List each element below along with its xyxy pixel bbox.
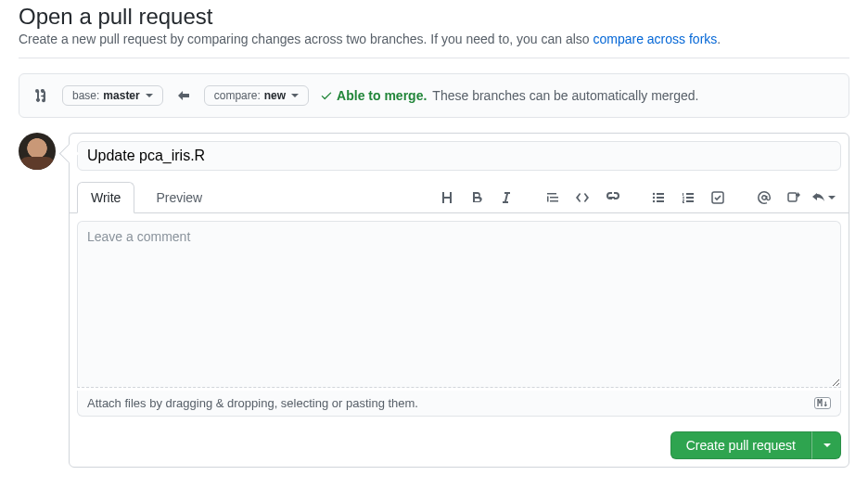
chevron-down-icon: [146, 94, 153, 97]
tab-write[interactable]: Write: [77, 182, 134, 213]
reply-icon[interactable]: [811, 186, 836, 210]
cross-reference-icon[interactable]: [782, 186, 806, 210]
pr-body-textarea[interactable]: [77, 221, 841, 388]
subtitle-text: Create a new pull request by comparing c…: [19, 32, 593, 46]
compare-value: new: [264, 89, 286, 102]
svg-point-1: [653, 197, 655, 199]
base-label: base:: [72, 89, 99, 102]
merge-status: Able to merge. These branches can be aut…: [320, 88, 698, 103]
markdown-toolbar: [435, 186, 841, 213]
compare-icon: [32, 86, 51, 105]
comment-composer: Write Preview: [69, 133, 849, 468]
subtitle-after: .: [717, 32, 721, 46]
link-icon[interactable]: [600, 186, 624, 210]
base-value: master: [103, 89, 139, 102]
heading-icon[interactable]: [435, 186, 459, 210]
merge-status-message: These branches can be automatically merg…: [432, 88, 698, 103]
compare-branch-select[interactable]: compare: new: [204, 85, 309, 106]
bold-icon[interactable]: [465, 186, 489, 210]
base-branch-select[interactable]: base: master: [62, 85, 163, 106]
italic-icon[interactable]: [494, 186, 518, 210]
check-icon: [320, 89, 333, 102]
page-title: Open a pull request: [19, 4, 849, 30]
chevron-down-icon: [291, 94, 299, 97]
chevron-down-icon: [823, 443, 831, 447]
branch-range-box: base: master compare: new Able to merge.…: [19, 73, 849, 118]
compare-label: compare:: [214, 89, 261, 102]
divider: [19, 58, 849, 58]
svg-point-0: [653, 193, 655, 195]
avatar: [19, 133, 56, 170]
page-subtitle: Create a new pull request by comparing c…: [19, 32, 849, 46]
pr-title-input[interactable]: [77, 141, 841, 171]
task-list-icon[interactable]: [706, 186, 730, 210]
svg-point-2: [653, 200, 655, 202]
tab-preview[interactable]: Preview: [142, 182, 216, 213]
compare-forks-link[interactable]: compare across forks: [593, 32, 717, 46]
create-pull-request-dropdown[interactable]: [811, 431, 841, 459]
quote-icon[interactable]: [541, 186, 565, 210]
create-pull-request-button[interactable]: Create pull request: [670, 431, 811, 459]
markdown-badge-icon[interactable]: M↓: [814, 397, 831, 409]
merge-status-label: Able to merge.: [337, 88, 427, 103]
arrow-left-icon: [174, 86, 193, 105]
attach-hint-text: Attach files by dragging & dropping, sel…: [87, 396, 418, 410]
code-icon[interactable]: [570, 186, 594, 210]
unordered-list-icon[interactable]: [646, 186, 670, 210]
ordered-list-icon[interactable]: [676, 186, 700, 210]
mention-icon[interactable]: [752, 186, 776, 210]
attach-hint-bar[interactable]: Attach files by dragging & dropping, sel…: [77, 391, 841, 417]
svg-rect-4: [788, 193, 797, 201]
